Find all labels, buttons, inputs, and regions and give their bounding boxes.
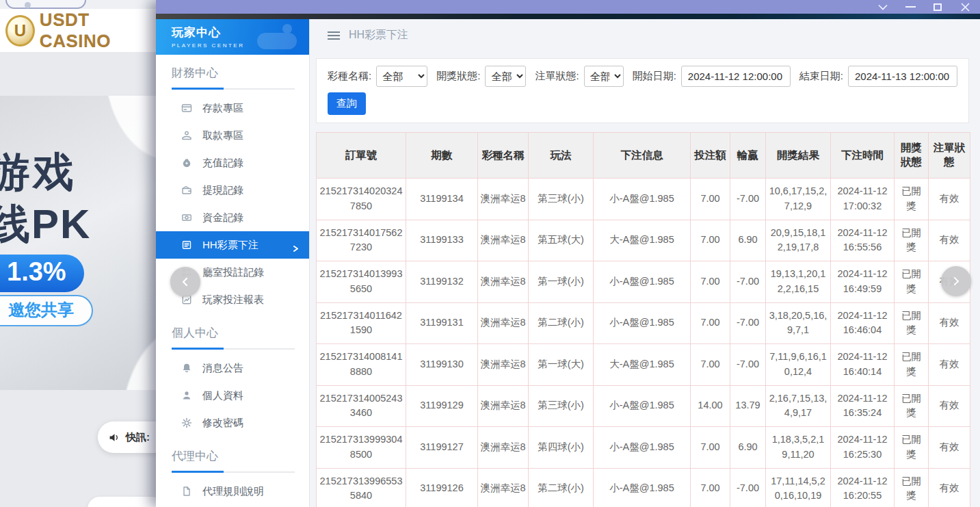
table-cell: 已開獎 xyxy=(895,220,929,261)
table-cell: 2024-11-12 16:55:56 xyxy=(831,220,895,261)
browser-capsule xyxy=(5,0,86,9)
sidebar-item-lottery-bets[interactable]: HH彩票下注 xyxy=(156,231,309,259)
col-win-loss: 輸贏 xyxy=(730,133,766,179)
table-cell: 20,9,15,18,12,19,17,8 xyxy=(766,220,831,261)
table-cell: -7.00 xyxy=(730,344,766,386)
background-top-strip xyxy=(0,0,156,9)
sidebar-item-funds-record[interactable]: 資金記錄 xyxy=(156,204,309,231)
table-cell: 2024-11-12 16:25:30 xyxy=(831,427,895,469)
table-cell: 31199129 xyxy=(406,385,478,427)
table-cell: 澳洲幸运8 xyxy=(478,385,529,427)
table-cell: 31199131 xyxy=(406,302,478,344)
table-row: 215217314017562723031199133澳洲幸运8第五球(大)大-… xyxy=(317,220,970,261)
table-cell: 澳洲幸运8 xyxy=(478,468,529,507)
section-title-agent: 代理中心 xyxy=(172,448,295,473)
table-cell: 14.00 xyxy=(691,385,730,427)
start-date-input[interactable] xyxy=(681,66,791,87)
close-button[interactable] xyxy=(959,2,970,12)
table-cell: 7.00 xyxy=(691,261,730,303)
chevron-down-icon[interactable] xyxy=(877,2,888,12)
window-titlebar xyxy=(156,0,980,14)
table-cell: 第一球(大) xyxy=(529,344,594,386)
casino-logo-icon: U xyxy=(5,15,35,47)
col-draw-result: 開獎結果 xyxy=(766,133,831,179)
table-cell: 有效 xyxy=(929,385,970,427)
minimize-button[interactable] xyxy=(905,2,916,12)
maximize-button[interactable] xyxy=(932,2,943,12)
sidebar-item-withdraw-record[interactable]: 提現記錄 xyxy=(156,177,309,204)
table-cell: 31199134 xyxy=(406,179,478,220)
table-cell: 2024-11-12 16:46:04 xyxy=(831,302,895,344)
table-cell: 31199132 xyxy=(406,261,478,303)
hamburger-icon[interactable] xyxy=(328,31,340,40)
sidebar-item-profile[interactable]: 個人資料 xyxy=(156,382,309,409)
bets-table-body: 215217314020324785031199134澳洲幸运8第三球(小)小-… xyxy=(317,179,970,507)
col-order-status: 注單狀態 xyxy=(929,133,970,179)
table-cell: 澳洲幸运8 xyxy=(478,344,529,386)
lottery-name-label: 彩種名稱: xyxy=(328,70,371,83)
filter-row: 彩種名稱: 全部 開獎狀態: 全部 注單狀態: 全部 開始日期: 結束日期: xyxy=(328,66,957,87)
col-order-no: 訂單號 xyxy=(317,133,406,179)
query-button[interactable]: 查詢 xyxy=(328,92,366,115)
table-cell: 17,11,14,5,20,16,10,19 xyxy=(766,468,831,507)
sidebar-item-label: 廳室投註記錄 xyxy=(202,266,264,279)
window-dark-strip xyxy=(156,14,980,19)
start-date-label: 開始日期: xyxy=(633,70,676,83)
expand-right-button[interactable] xyxy=(941,266,971,296)
table-cell: 第二球(小) xyxy=(529,468,594,507)
sidebar-item-withdraw[interactable]: 取款專區 xyxy=(156,122,309,149)
filter-panel: 彩種名稱: 全部 開獎狀態: 全部 注單狀態: 全部 開始日期: 結束日期: 查… xyxy=(316,58,969,123)
table-cell: 13.79 xyxy=(730,385,766,427)
bell-icon xyxy=(181,363,192,374)
table-cell: 澳洲幸运8 xyxy=(478,261,529,303)
table-cell: 2,16,7,15,13,4,9,17 xyxy=(766,385,831,427)
table-cell: 小-A盤@1.985 xyxy=(594,385,691,427)
table-cell: 2152173140081418880 xyxy=(317,344,406,386)
table-row: 215217314020324785031199134澳洲幸运8第三球(小)小-… xyxy=(317,179,970,220)
players-center-window: 玩家中心 PLAYERS CENTER 財務中心 存款專區 取款專區 xyxy=(156,0,980,507)
end-date-input[interactable] xyxy=(848,66,957,87)
sidebar-item-label: 修改密碼 xyxy=(202,417,243,430)
table-cell: 31199133 xyxy=(406,220,478,261)
banknote-icon xyxy=(181,212,192,223)
sidebar-item-label: 資金記錄 xyxy=(202,211,243,224)
table-cell: 第二球(小) xyxy=(529,302,594,344)
collapse-left-button[interactable] xyxy=(170,267,200,297)
table-row: 215217314008141888031199130澳洲幸运8第一球(大)大-… xyxy=(317,344,970,386)
table-cell: -7.00 xyxy=(730,302,766,344)
end-date-label: 結束日期: xyxy=(799,70,843,83)
sidebar-item-label: 充值記錄 xyxy=(202,157,243,170)
draw-status-select[interactable]: 全部 xyxy=(485,66,526,87)
sidebar-item-label: 存款專區 xyxy=(202,102,243,115)
sidebar-item-deposit[interactable]: 存款專區 xyxy=(156,94,309,122)
table-cell: 第三球(小) xyxy=(529,179,594,220)
sidebar-item-recharge-record[interactable]: 充值記錄 xyxy=(156,149,309,177)
wallet-icon xyxy=(181,185,192,196)
table-cell: 已開獎 xyxy=(895,344,929,386)
table-cell: 澳洲幸运8 xyxy=(478,427,529,469)
table-cell: 7,11,9,6,16,10,12,4 xyxy=(766,344,831,386)
table-cell: 澳洲幸运8 xyxy=(478,179,529,220)
table-cell: 19,13,1,20,12,2,16,15 xyxy=(766,261,831,303)
table-cell: 2152173139993048500 xyxy=(317,427,406,469)
table-cell: 已開獎 xyxy=(895,468,929,507)
sidebar-item-change-password[interactable]: 修改密碼 xyxy=(156,409,309,437)
table-cell: 6.90 xyxy=(730,220,766,261)
order-status-select[interactable]: 全部 xyxy=(584,66,624,87)
table-cell: 小-A盤@1.985 xyxy=(594,468,691,507)
table-cell: 2024-11-12 16:35:24 xyxy=(831,385,895,427)
sidebar-item-label: 消息公告 xyxy=(202,362,243,375)
lottery-name-select[interactable]: 全部 xyxy=(376,66,427,87)
table-cell: 2024-11-12 17:00:32 xyxy=(831,179,895,220)
table-row: 215217314011642159031199131澳洲幸运8第二球(小)小-… xyxy=(317,302,970,344)
col-bet-info: 下注信息 xyxy=(594,133,691,179)
table-cell: 有效 xyxy=(929,344,970,386)
table-cell: 7.00 xyxy=(691,427,730,469)
banner-invite-pill: 邀您共享 xyxy=(0,295,93,326)
main-content: HH彩票下注 彩種名稱: 全部 開獎狀態: 全部 注單狀態: 全部 開始日期: … xyxy=(310,19,980,507)
page-title: HH彩票下注 xyxy=(349,28,408,42)
table-cell: 2152173139965535840 xyxy=(317,468,406,507)
sidebar-item-announcements[interactable]: 消息公告 xyxy=(156,354,309,382)
casino-logo-text: USDT CASINO xyxy=(40,10,156,52)
sidebar-item-agent-rules[interactable]: 代理規則說明 xyxy=(156,478,309,505)
